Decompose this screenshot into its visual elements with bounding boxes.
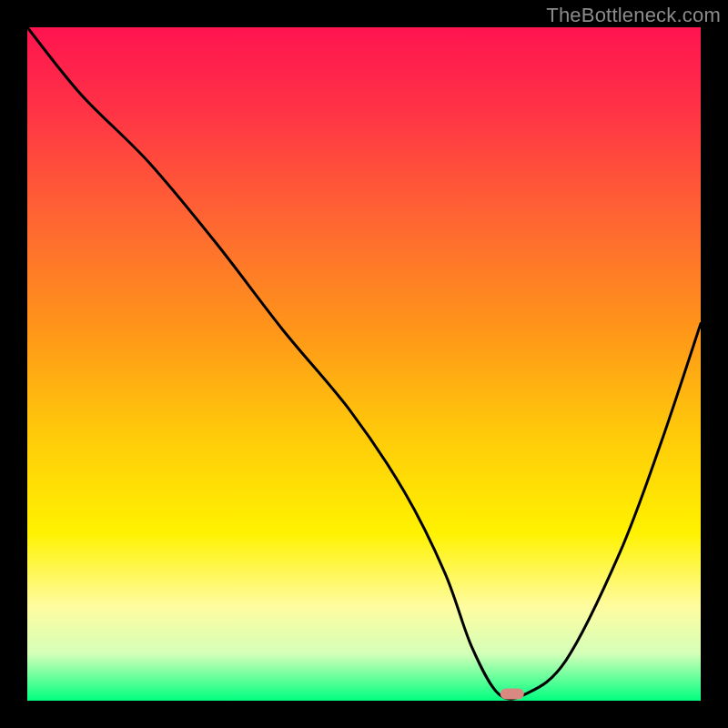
optimal-point-marker: [500, 689, 524, 700]
chart-stage: TheBottleneck.com: [0, 0, 728, 728]
watermark-label: TheBottleneck.com: [546, 4, 721, 27]
bottleneck-chart: [0, 0, 728, 728]
